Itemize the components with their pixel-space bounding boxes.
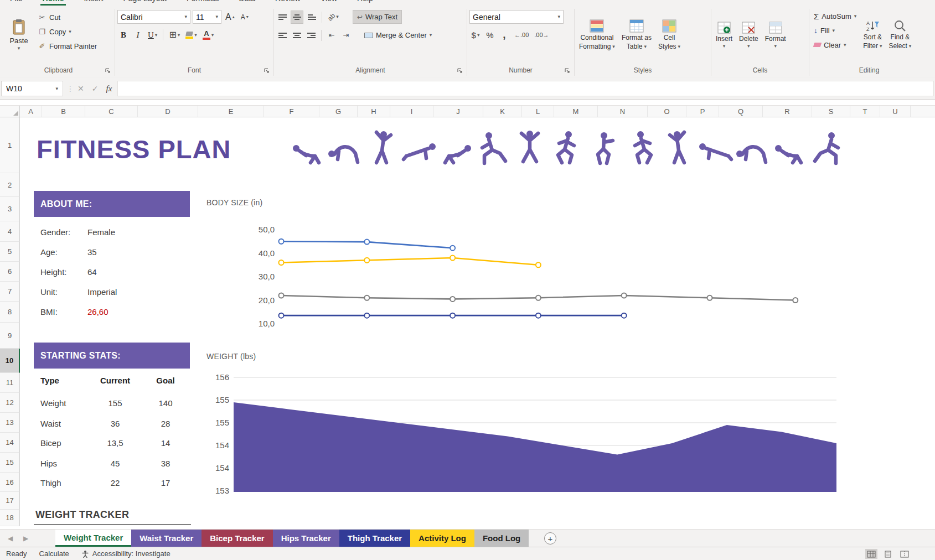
ribbon-tab-data[interactable]: Data bbox=[236, 0, 257, 6]
about-field-value[interactable]: Imperial bbox=[87, 287, 117, 297]
sheet-tab-weight-tracker[interactable]: Weight Tracker bbox=[55, 530, 131, 547]
formula-input[interactable] bbox=[117, 81, 934, 96]
about-field-value[interactable]: Female bbox=[87, 227, 115, 237]
accounting-format-button[interactable]: $ ▾ bbox=[469, 28, 482, 42]
italic-button[interactable]: I bbox=[132, 28, 144, 42]
row-header-8[interactable]: 8 bbox=[0, 302, 20, 323]
column-header-D[interactable]: D bbox=[138, 106, 198, 117]
column-header-C[interactable]: C bbox=[85, 106, 138, 117]
fill-color-button[interactable]: ▾ bbox=[184, 28, 199, 42]
cell-styles-button[interactable]: Cell Styles▾ bbox=[656, 8, 683, 62]
column-header-M[interactable]: M bbox=[554, 106, 598, 117]
column-header-A[interactable]: A bbox=[20, 106, 42, 117]
column-header-S[interactable]: S bbox=[812, 106, 850, 117]
ribbon-tab-page-layout[interactable]: Page Layout bbox=[121, 0, 169, 6]
row-header-16[interactable]: 16 bbox=[0, 473, 20, 492]
about-field-value[interactable]: 26,60 bbox=[87, 307, 109, 317]
stats-cell[interactable]: 140 bbox=[142, 398, 189, 408]
row-header-3[interactable]: 3 bbox=[0, 197, 20, 221]
column-header-U[interactable]: U bbox=[880, 106, 911, 117]
formula-bar-handle[interactable]: ⋮ bbox=[66, 84, 74, 93]
stats-cell[interactable]: Waist bbox=[40, 419, 88, 428]
autosum-button[interactable]: Σ AutoSum ▾ bbox=[812, 9, 859, 23]
decrease-indent-button[interactable]: ⇤ bbox=[326, 29, 338, 42]
row-header-1[interactable]: 1 bbox=[0, 117, 20, 173]
increase-indent-button[interactable]: ⇥ bbox=[340, 29, 352, 42]
row-header-17[interactable]: 17 bbox=[0, 492, 20, 510]
stats-cell[interactable]: Weight bbox=[40, 398, 88, 408]
copy-button[interactable]: ❐ Copy ▾ bbox=[35, 24, 99, 39]
column-header-T[interactable]: T bbox=[850, 106, 880, 117]
underline-button[interactable]: U ▾ bbox=[146, 28, 159, 42]
increase-decimal-button[interactable]: ←.00 bbox=[513, 28, 530, 42]
stats-col-header[interactable]: Current bbox=[88, 376, 142, 385]
increase-font-size-button[interactable]: A ▴ bbox=[224, 11, 236, 24]
sort-filter-button[interactable]: A Z Sort & Filter▾ bbox=[861, 8, 884, 62]
sheet-tab-activity-log[interactable]: Activity Log bbox=[410, 530, 474, 547]
clear-button[interactable]: Clear ▾ bbox=[812, 38, 859, 52]
format-as-table-button[interactable]: Format as Table▾ bbox=[619, 8, 654, 62]
new-sheet-button[interactable]: + bbox=[544, 532, 556, 545]
about-field-value[interactable]: 64 bbox=[87, 267, 97, 277]
row-header-2[interactable]: 2 bbox=[0, 173, 20, 197]
stats-cell[interactable]: 36 bbox=[88, 419, 142, 428]
status-accessibility[interactable]: Accessibility: Investigate bbox=[92, 549, 171, 558]
row-header-4[interactable]: 4 bbox=[0, 221, 20, 242]
stats-col-header[interactable]: Goal bbox=[142, 376, 189, 385]
sheet-tab-thigh-tracker[interactable]: Thigh Tracker bbox=[339, 530, 410, 547]
orientation-button[interactable]: ab ▾ bbox=[326, 11, 340, 24]
column-header-J[interactable]: J bbox=[433, 106, 483, 117]
stats-cell[interactable]: Bicep bbox=[40, 438, 88, 448]
align-left-button[interactable] bbox=[276, 29, 288, 42]
fill-button[interactable]: ↓ Fill ▾ bbox=[812, 23, 859, 38]
font-color-button[interactable]: A ▾ bbox=[201, 28, 216, 42]
comma-style-button[interactable]: , bbox=[498, 28, 510, 42]
number-dialog-launcher-icon[interactable] bbox=[565, 68, 570, 74]
weight-chart[interactable]: 156155155154154153 bbox=[205, 368, 841, 498]
column-header-K[interactable]: K bbox=[483, 106, 522, 117]
column-header-F[interactable]: F bbox=[264, 106, 319, 117]
stats-col-header[interactable]: Type bbox=[40, 376, 88, 385]
align-right-button[interactable] bbox=[305, 29, 317, 42]
stats-cell[interactable]: 14 bbox=[142, 438, 189, 448]
page-break-preview-button[interactable] bbox=[898, 549, 911, 559]
align-bottom-button[interactable] bbox=[306, 11, 318, 24]
confirm-entry-icon[interactable]: ✓ bbox=[92, 84, 99, 93]
row-header-5[interactable]: 5 bbox=[0, 242, 20, 262]
column-header-P[interactable]: P bbox=[686, 106, 719, 117]
bold-button[interactable]: B bbox=[117, 28, 130, 42]
sheet-tab-food-log[interactable]: Food Log bbox=[474, 530, 529, 547]
decrease-decimal-button[interactable]: .00→ bbox=[533, 28, 550, 42]
ribbon-tab-view[interactable]: View bbox=[318, 0, 339, 6]
cut-button[interactable]: ✂ Cut bbox=[35, 10, 99, 24]
page-layout-view-button[interactable] bbox=[882, 549, 894, 559]
stats-cell[interactable]: 13,5 bbox=[88, 438, 142, 448]
stats-cell[interactable]: Hips bbox=[40, 459, 88, 468]
number-format-select[interactable]: General ▾ bbox=[469, 10, 564, 24]
decrease-font-size-button[interactable]: A ▾ bbox=[239, 11, 251, 24]
sheet-canvas[interactable]: 123456789101112131415161718 FITNESS PLAN bbox=[0, 117, 935, 529]
sheet-nav-right-icon[interactable]: ▶ bbox=[23, 535, 28, 542]
row-header-13[interactable]: 13 bbox=[0, 413, 20, 433]
ribbon-tab-help[interactable]: Help bbox=[355, 0, 375, 6]
paste-button[interactable]: Paste ▾ bbox=[4, 8, 33, 62]
font-name-select[interactable]: Calibri ▾ bbox=[117, 10, 190, 24]
format-painter-button[interactable]: ✐ Format Painter bbox=[35, 39, 99, 53]
borders-button[interactable]: ⊞ ▾ bbox=[167, 28, 182, 42]
sheet-tab-bicep-tracker[interactable]: Bicep Tracker bbox=[202, 530, 272, 547]
row-header-11[interactable]: 11 bbox=[0, 373, 20, 393]
name-box[interactable]: W10 ▾ bbox=[1, 81, 63, 96]
row-header-12[interactable]: 12 bbox=[0, 393, 20, 413]
column-header-B[interactable]: B bbox=[42, 106, 85, 117]
row-header-7[interactable]: 7 bbox=[0, 282, 20, 302]
percent-style-button[interactable]: % bbox=[484, 28, 496, 42]
column-header-L[interactable]: L bbox=[522, 106, 554, 117]
row-header-9[interactable]: 9 bbox=[0, 323, 20, 349]
column-header-H[interactable]: H bbox=[358, 106, 390, 117]
alignment-dialog-launcher-icon[interactable] bbox=[457, 68, 463, 74]
align-top-button[interactable] bbox=[276, 11, 288, 24]
insert-function-icon[interactable]: fx bbox=[106, 84, 112, 94]
column-header-R[interactable]: R bbox=[763, 106, 812, 117]
find-select-button[interactable]: Find & Select▾ bbox=[887, 8, 914, 62]
align-middle-button[interactable] bbox=[291, 11, 303, 24]
